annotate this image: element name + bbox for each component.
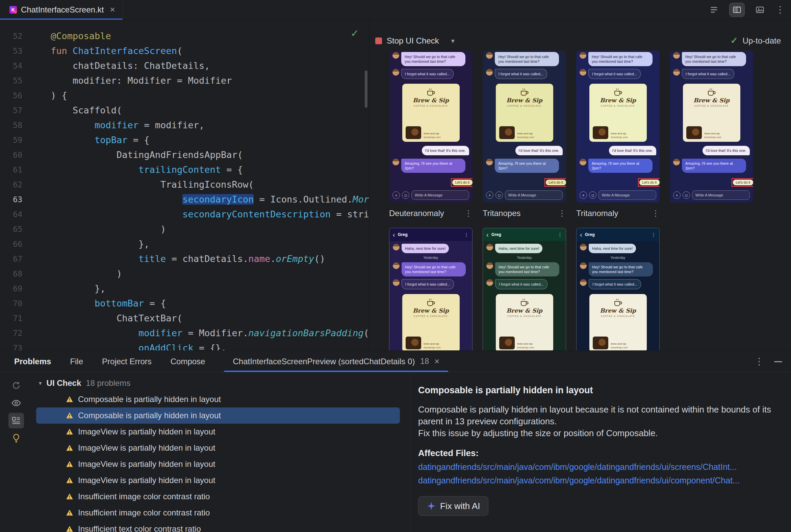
code-line[interactable]: 59 topBar = { bbox=[0, 133, 369, 148]
code-line[interactable]: 52@Composable bbox=[0, 29, 369, 43]
add-icon: + bbox=[580, 191, 587, 199]
close-tab-icon[interactable]: × bbox=[110, 4, 115, 15]
problem-item[interactable]: ImageView is partially hidden in layout bbox=[32, 456, 410, 472]
add-icon: + bbox=[392, 191, 400, 199]
preview-phone-chat[interactable]: Hey! Should we go to that cafe you menti… bbox=[483, 51, 566, 203]
chat-bubble: Haha, next time for sure! bbox=[402, 244, 449, 253]
message-row: I'd love that! It's this one. bbox=[486, 146, 563, 155]
tab-uicheck-preview[interactable]: ChatInterfaceScreenPreview (sortedChatDe… bbox=[224, 351, 448, 372]
code-line[interactable]: 66 }, bbox=[0, 236, 369, 251]
preview-phone-chat[interactable]: ‹ Greg ⋮ Haha, next time for sure! Yeste… bbox=[576, 228, 660, 350]
affected-file-link[interactable]: datingandfriends/src/main/java/com/ibm/g… bbox=[418, 476, 781, 486]
minimize-panel-icon[interactable] bbox=[774, 361, 782, 362]
close-tab-icon[interactable]: × bbox=[434, 356, 439, 366]
chat-bubble: Hey! Should we go to that cafe you menti… bbox=[495, 262, 559, 277]
warning-icon bbox=[66, 477, 73, 484]
code-line[interactable]: 71 ChatTextBar( bbox=[0, 311, 369, 326]
problems-group-header[interactable]: ▾ UI Check 18 problems bbox=[32, 375, 410, 391]
group-label: UI Check bbox=[47, 378, 81, 388]
code-line[interactable]: 54 chatDetails: ChatDetails, bbox=[0, 58, 369, 73]
add-icon: + bbox=[673, 191, 681, 199]
problem-item[interactable]: Composable is partially hidden in layout bbox=[36, 407, 400, 424]
preview-phone-chat[interactable]: ‹ Greg ⋮ Haha, next time for sure! Yeste… bbox=[389, 228, 473, 350]
tab-file[interactable]: File bbox=[70, 351, 83, 372]
chat-bubble: I'd love that! It's this one. bbox=[609, 146, 656, 155]
preview-more-icon[interactable]: ⋮ bbox=[558, 209, 566, 218]
code-line[interactable]: 60 DatingAndFriendsAppBar( bbox=[0, 148, 369, 163]
lightbulb-icon[interactable] bbox=[8, 431, 24, 446]
code-line[interactable]: 57 Scaffold( bbox=[0, 103, 369, 118]
contact-name: Greg bbox=[398, 232, 408, 237]
coffee-photo bbox=[499, 337, 515, 349]
message-input: Write A Message bbox=[692, 190, 750, 200]
code-line[interactable]: 62 TrailingIconsRow( bbox=[0, 177, 369, 192]
code-view-icon[interactable] bbox=[706, 3, 721, 17]
problem-item[interactable]: ImageView is partially hidden in layout bbox=[32, 424, 410, 440]
code-line[interactable]: 64 secondaryContentDescription = stringR… bbox=[0, 207, 369, 222]
more-options-icon[interactable]: ⋮ bbox=[775, 5, 785, 15]
file-tab[interactable]: K ChatInterfaceScreen.kt × bbox=[0, 0, 123, 19]
code-line[interactable]: 69 }, bbox=[0, 281, 369, 296]
chevron-down-icon[interactable]: ▾ bbox=[451, 37, 455, 45]
preview-row-top: Hey! Should we go to that cafe you menti… bbox=[389, 51, 753, 203]
code-line[interactable]: 70 bottomBar = { bbox=[0, 296, 369, 311]
problem-item[interactable]: ImageView is partially hidden in layout bbox=[32, 472, 410, 489]
code-line[interactable]: 68 ) bbox=[0, 266, 369, 281]
code-line[interactable]: 67 title = chatDetails.name.orEmpty() bbox=[0, 251, 369, 266]
problem-item[interactable]: Composable is partially hidden in layout bbox=[32, 391, 410, 407]
message-row: Amazing, I'll see you there at 2pm? bbox=[580, 159, 656, 173]
affected-file-link[interactable]: datingandfriends/src/main/java/com/ibm/g… bbox=[418, 462, 781, 472]
problem-item[interactable]: Insufficient image color contrast ratio bbox=[32, 489, 410, 505]
preview-canvas[interactable]: Hey! Should we go to that cafe you menti… bbox=[370, 49, 791, 350]
code-line[interactable]: 61 trailingContent = { bbox=[0, 163, 369, 177]
inspections-ok-icon[interactable]: ✓ bbox=[351, 27, 359, 39]
code-line[interactable]: 72 modifier = Modifier.navigationBarsPad… bbox=[0, 326, 369, 341]
code-line[interactable]: 53fun ChatInterfaceScreen( bbox=[0, 43, 369, 58]
code-line[interactable]: 65 ) bbox=[0, 222, 369, 236]
fix-with-ai-button[interactable]: Fix with AI bbox=[418, 496, 489, 516]
code-line[interactable]: 56) { bbox=[0, 88, 369, 103]
preview-eye-icon[interactable] bbox=[8, 395, 24, 411]
preview-phone-chat[interactable]: Hey! Should we go to that cafe you menti… bbox=[576, 51, 660, 203]
warning-icon bbox=[66, 525, 73, 532]
message-row: Hey! Should we go to that cafe you menti… bbox=[486, 262, 562, 277]
line-number: 72 bbox=[0, 326, 22, 341]
refresh-icon[interactable] bbox=[8, 378, 24, 393]
brew-sip-card: Brew & Sip COFFEE & CHOCOLATE brew and s… bbox=[589, 84, 647, 142]
tab-compose[interactable]: Compose bbox=[170, 351, 205, 372]
preview-phone-chat[interactable]: Hey! Should we go to that cafe you menti… bbox=[389, 51, 473, 203]
code-line[interactable]: 63 secondaryIcon = Icons.Outlined.MoreVe… bbox=[0, 192, 369, 207]
preview-more-icon[interactable]: ⋮ bbox=[651, 209, 660, 218]
back-icon: ‹ bbox=[580, 231, 582, 238]
avatar bbox=[486, 279, 493, 286]
stop-icon[interactable] bbox=[375, 37, 382, 44]
code-line[interactable]: 73 onAddClick = {}, bbox=[0, 341, 369, 350]
design-view-icon[interactable] bbox=[753, 3, 767, 17]
panel-more-icon[interactable]: ⋮ bbox=[755, 357, 764, 366]
preview-phone-chat[interactable]: ‹ Greg ⋮ Haha, next time for sure! Yeste… bbox=[483, 228, 566, 350]
tab-project-errors[interactable]: Project Errors bbox=[102, 351, 152, 372]
avatar bbox=[486, 69, 493, 76]
contact-name: Greg bbox=[492, 232, 501, 237]
chat-bubble: Hey! Should we go to that cafe you menti… bbox=[589, 262, 653, 277]
problem-item[interactable]: Insufficient text color contrast ratio bbox=[32, 521, 410, 532]
back-icon: ‹ bbox=[486, 231, 489, 238]
code-line[interactable]: 55 modifier: Modifier = Modifier bbox=[0, 73, 369, 88]
code-editor[interactable]: 52@Composable53fun ChatInterfaceScreen(5… bbox=[0, 20, 369, 350]
more-icon: ⋮ bbox=[464, 232, 469, 237]
code-line[interactable]: 58 modifier = modifier, bbox=[0, 118, 369, 133]
tab-problems[interactable]: Problems bbox=[14, 351, 51, 372]
problems-left-rail bbox=[0, 372, 32, 532]
preview-more-icon[interactable]: ⋮ bbox=[464, 209, 473, 218]
chevron-down-icon[interactable]: ▾ bbox=[39, 380, 42, 387]
problem-title: Composable is partially hidden in layout bbox=[418, 385, 781, 396]
chat-bubble: I forgot what it was called... bbox=[495, 279, 548, 289]
problem-item[interactable]: ImageView is partially hidden in layout bbox=[32, 440, 410, 456]
split-view-icon[interactable] bbox=[730, 3, 744, 17]
problem-item[interactable]: Insufficient image color contrast ratio bbox=[32, 505, 410, 521]
details-view-icon[interactable] bbox=[8, 413, 24, 429]
add-icon: + bbox=[486, 191, 494, 199]
preview-phone-chat[interactable]: Hey! Should we go to that cafe you menti… bbox=[670, 51, 753, 203]
editor-scrollbar[interactable] bbox=[365, 71, 367, 108]
stop-ui-check-button[interactable]: Stop UI Check bbox=[387, 36, 439, 45]
